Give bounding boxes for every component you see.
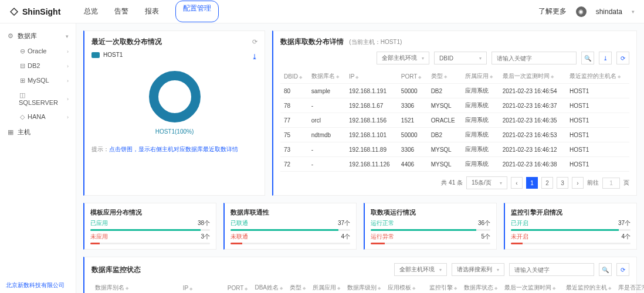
pager-goto-suffix: 页 <box>623 179 629 187</box>
download-icon[interactable]: ⤓ <box>252 53 257 61</box>
col-header[interactable]: IP◆ <box>179 281 224 293</box>
table-row[interactable]: 77orcl192.168.1.1561521ORACLE应用系统2021-02… <box>280 113 629 128</box>
table-row[interactable]: 73-192.168.11.893306MYSQL应用系统2021-02-23 … <box>280 142 629 157</box>
top-nav: 总览 告警 报表 配置管理 <box>84 1 219 22</box>
col-header[interactable]: 最近监控的主机名◆ <box>566 69 629 84</box>
pager-page-1[interactable]: 1 <box>526 177 538 189</box>
mini-title: 监控引擎开启情况 <box>511 208 631 217</box>
col-header[interactable]: 库是否正常◆ <box>615 281 644 293</box>
col-header[interactable]: 数据库别名◆ <box>91 281 179 293</box>
pager-page-3[interactable]: 3 <box>557 177 568 189</box>
donut-title: 最近一次取数分布情况 <box>91 37 162 47</box>
status-refresh-button[interactable]: ⟳ <box>616 263 629 276</box>
chevron-right-icon: › <box>67 114 69 120</box>
chevron-down-icon: ▾ <box>497 267 499 272</box>
col-header[interactable]: 监控引擎◆ <box>426 281 460 293</box>
col-header[interactable]: 最后一次监测时间◆ <box>501 281 562 293</box>
oracle-icon: ⊖ <box>19 47 26 55</box>
col-header[interactable]: 所属应用◆ <box>462 69 499 84</box>
pager-goto-input[interactable] <box>602 178 620 189</box>
pager-total: 共 41 条 <box>441 179 463 187</box>
avatar-icon[interactable]: ◉ <box>576 6 587 17</box>
col-header[interactable]: 应用模板◆ <box>384 281 426 293</box>
refresh-icon[interactable]: ⟳ <box>252 38 257 45</box>
pager-goto-label: 前往 <box>587 179 599 187</box>
col-header[interactable]: 数据库名◆ <box>308 69 345 84</box>
table-row[interactable]: 78-192.168.1.673306MYSQL应用系统2021-02-23 1… <box>280 98 629 113</box>
brand-text: ShinSight <box>22 7 60 16</box>
download-button[interactable]: ⤓ <box>599 52 612 64</box>
sidebar-group-database[interactable]: ⚙ 数据库 ▾ <box>0 28 76 44</box>
status-keyword-input[interactable] <box>509 263 594 276</box>
mini-ok-label: 已应用 <box>90 219 108 227</box>
dbid-select[interactable]: DBID▾ <box>434 52 487 64</box>
col-header[interactable]: 数据库级别◆ <box>344 281 384 293</box>
chevron-down-icon: ▾ <box>500 180 502 186</box>
chevron-right-icon: › <box>67 49 69 54</box>
table-row[interactable]: 72-192.168.11.1264406MYSQL应用系统2021-02-23… <box>280 157 629 172</box>
search-button[interactable]: 🔍 <box>581 52 594 64</box>
col-header[interactable]: IP◆ <box>345 69 398 84</box>
sidebar-item-oracle[interactable]: ⊖ Oracle› <box>0 44 76 59</box>
host-env-select[interactable]: 全部主机环境▾ <box>377 52 429 64</box>
status-search-button[interactable]: 🔍 <box>599 263 612 276</box>
nav-reports[interactable]: 报表 <box>145 1 159 22</box>
mini-bad-bar <box>231 243 350 244</box>
mini-bad-label: 未开启 <box>511 233 528 241</box>
status-column-select[interactable]: 请选择搜索列▾ <box>452 263 504 276</box>
mini-bad-bar <box>511 243 631 244</box>
sidebar-item-mysql[interactable]: ⊞ MySQL› <box>0 73 76 88</box>
legend-label: HOST1 <box>103 52 123 58</box>
col-header[interactable]: 所属应用◆ <box>309 281 344 293</box>
sqlserver-icon: ◫ <box>19 91 26 99</box>
username[interactable]: shindata <box>596 8 622 16</box>
chevron-down-icon: ▾ <box>479 56 482 61</box>
sidebar-group-host[interactable]: ▦ 主机 <box>0 124 76 140</box>
nav-overview[interactable]: 总览 <box>84 1 98 22</box>
keyword-input[interactable] <box>492 52 577 64</box>
refresh-button[interactable]: ⟳ <box>616 52 629 64</box>
mini-bad-label: 未应用 <box>90 233 108 241</box>
nav-alerts[interactable]: 告警 <box>114 1 128 22</box>
mini-ok-val: 37个 <box>338 219 350 227</box>
donut-legend[interactable]: HOST1 <box>91 52 123 58</box>
chevron-down-icon[interactable]: ▾ <box>632 9 635 15</box>
mini-ok-val: 36个 <box>478 219 490 227</box>
col-header[interactable]: 数据库状态◆ <box>460 281 501 293</box>
col-header[interactable]: 类型◆ <box>286 281 309 293</box>
legend-color-icon <box>91 52 100 58</box>
col-header[interactable]: 类型◆ <box>428 69 462 84</box>
status-env-select[interactable]: 全部主机环境▾ <box>394 263 447 276</box>
pager-prev[interactable]: ‹ <box>511 177 523 189</box>
per-page-select[interactable]: 15条/页▾ <box>466 176 507 189</box>
hana-icon: ◇ <box>19 113 26 121</box>
col-header[interactable]: 最后一次监测时间◆ <box>499 69 566 84</box>
table-row[interactable]: 80sample192.168.1.19150000DB2应用系统2021-02… <box>280 84 629 98</box>
sidebar-item-sqlserver[interactable]: ◫ SQLSERVER› <box>0 88 76 110</box>
detail-card: 数据库取数分布详情 (当前主机：HOST1) 全部主机环境▾ DBID▾ 🔍 ⤓… <box>272 30 637 196</box>
col-header[interactable]: 最近监控的主机◆ <box>562 281 615 293</box>
col-header[interactable]: PORT◆ <box>224 281 252 293</box>
nav-config[interactable]: 配置管理 <box>175 1 219 22</box>
mini-ok-val: 38个 <box>198 219 210 227</box>
mini-bad-label: 运行异常 <box>371 233 394 241</box>
pagination: 共 41 条 15条/页▾ ‹ 1 2 3 › 前往 页 <box>280 176 629 189</box>
sort-icon: ◆ <box>551 74 554 79</box>
donut-chart[interactable] <box>145 67 204 126</box>
sort-icon: ◆ <box>337 286 340 290</box>
app-header: ShinSight 总览 告警 报表 配置管理 了解更多 ◉ shindata … <box>0 0 644 23</box>
learn-more-link[interactable]: 了解更多 <box>538 6 567 16</box>
col-header[interactable]: DBID◆ <box>280 69 308 84</box>
col-header[interactable]: PORT◆ <box>398 69 428 84</box>
footer-company[interactable]: 北京新数科技有限公司 <box>6 281 65 289</box>
mini-card: 监控引擎开启情况已开启37个未开启4个 <box>504 203 637 250</box>
donut-center-label: HOST1(100%) <box>155 128 194 135</box>
status-title: 数据库监控状态 <box>91 265 141 275</box>
pager-page-2[interactable]: 2 <box>541 177 553 189</box>
col-header[interactable]: DBA姓名◆ <box>251 281 286 293</box>
sidebar-item-hana[interactable]: ◇ HANA› <box>0 110 76 124</box>
pager-next[interactable]: › <box>572 177 584 189</box>
sort-icon: ◆ <box>303 286 306 290</box>
sidebar-item-db2[interactable]: ⊟ DB2› <box>0 59 76 73</box>
table-row[interactable]: 75ndtmdb192.168.1.10150000DB2应用系统2021-02… <box>280 128 629 142</box>
